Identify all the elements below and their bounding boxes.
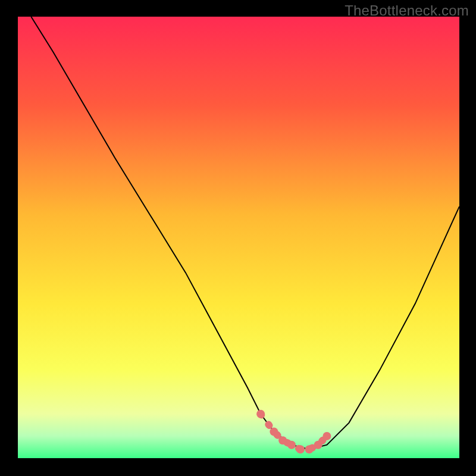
optimal-marker-dot <box>278 436 287 444</box>
watermark-text: TheBottleneck.com <box>345 2 469 19</box>
bottleneck-chart <box>18 17 459 458</box>
optimal-marker-dot <box>256 410 265 418</box>
optimal-marker-dot <box>314 441 322 449</box>
chart-plot-area <box>18 17 459 458</box>
optimal-marker-dot <box>287 441 296 449</box>
optimal-marker-dot <box>305 445 314 453</box>
gradient-background <box>18 17 459 458</box>
optimal-marker-dot <box>322 432 331 440</box>
optimal-marker-dot <box>296 445 305 453</box>
optimal-marker-dot <box>270 428 278 436</box>
